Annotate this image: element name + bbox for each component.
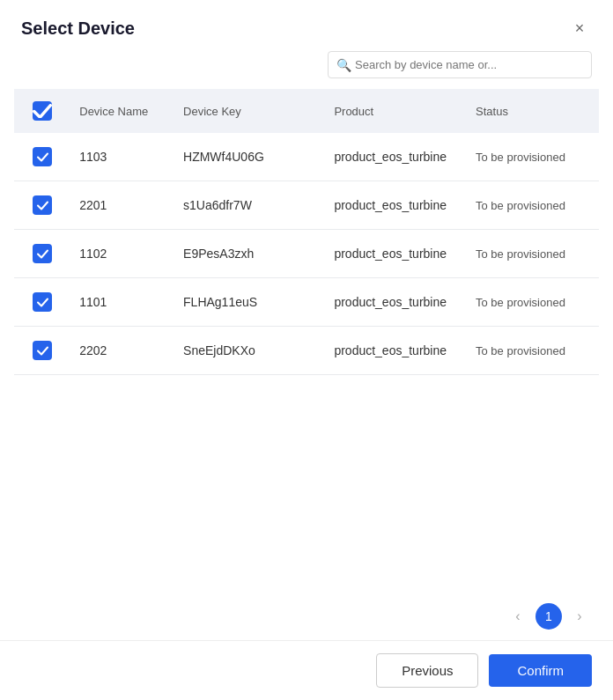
- header-product: Product: [325, 89, 467, 133]
- row-checkbox-3[interactable]: [33, 292, 52, 312]
- dialog-footer: Previous Confirm: [0, 640, 613, 700]
- row-checkbox-1[interactable]: [33, 195, 52, 215]
- dialog-title: Select Device: [21, 18, 135, 39]
- row-device-name-2: 1102: [70, 230, 174, 278]
- row-status-1: To be provisioned: [467, 181, 599, 230]
- row-device-key-3: FLHAg11euS: [174, 278, 325, 327]
- search-input[interactable]: [328, 51, 592, 78]
- search-bar-row: 🔍: [0, 51, 613, 89]
- pagination-prev-arrow[interactable]: ‹: [506, 604, 530, 629]
- row-device-name-4: 2202: [70, 327, 174, 375]
- row-device-name-1: 2201: [70, 181, 174, 230]
- row-status-0: To be provisioned: [467, 133, 599, 181]
- row-checkbox-4[interactable]: [33, 341, 52, 360]
- row-status-4: To be provisioned: [467, 327, 599, 375]
- row-checkbox-cell-1: [14, 181, 70, 230]
- header-device-name: Device Name: [70, 89, 174, 133]
- close-button[interactable]: ×: [567, 16, 592, 41]
- pagination-next-arrow[interactable]: ›: [567, 604, 592, 629]
- row-checkbox-cell-2: [14, 230, 70, 278]
- table-header-row: Device Name Device Key Product Status: [14, 89, 599, 133]
- device-table: Device Name Device Key Product Status 11…: [14, 89, 599, 375]
- table-row: 1103HZMWf4U06Gproduct_eos_turbineTo be p…: [14, 133, 599, 181]
- table-row: 1102E9PesA3zxhproduct_eos_turbineTo be p…: [14, 230, 599, 278]
- row-device-name-3: 1101: [70, 278, 174, 327]
- row-checkbox-cell-3: [14, 278, 70, 327]
- search-wrapper: 🔍: [328, 51, 592, 78]
- row-checkbox-cell-0: [14, 133, 70, 181]
- table-row: 2202SneEjdDKXoproduct_eos_turbineTo be p…: [14, 327, 599, 375]
- row-product-4: product_eos_turbine: [325, 327, 467, 375]
- row-checkbox-cell-4: [14, 327, 70, 375]
- row-device-key-1: s1Ua6dfr7W: [174, 181, 325, 230]
- header-checkbox-cell: [14, 89, 70, 133]
- header-device-key: Device Key: [174, 89, 325, 133]
- row-product-3: product_eos_turbine: [325, 278, 467, 327]
- row-status-3: To be provisioned: [467, 278, 599, 327]
- search-icon: 🔍: [336, 58, 351, 72]
- device-table-container: Device Name Device Key Product Status 11…: [0, 89, 613, 593]
- pagination-row: ‹ 1 ›: [0, 593, 613, 640]
- confirm-button[interactable]: Confirm: [489, 654, 592, 687]
- select-all-checkbox[interactable]: [33, 101, 52, 121]
- row-device-key-0: HZMWf4U06G: [174, 133, 325, 181]
- row-device-key-4: SneEjdDKXo: [174, 327, 325, 375]
- row-product-2: product_eos_turbine: [325, 230, 467, 278]
- row-device-name-0: 1103: [70, 133, 174, 181]
- dialog-header: Select Device ×: [0, 0, 613, 51]
- select-device-dialog: Select Device × 🔍 Device N: [0, 0, 613, 700]
- previous-button[interactable]: Previous: [376, 653, 478, 688]
- pagination-page-1[interactable]: 1: [535, 603, 562, 630]
- header-status: Status: [467, 89, 599, 133]
- row-product-1: product_eos_turbine: [325, 181, 467, 230]
- row-device-key-2: E9PesA3zxh: [174, 230, 325, 278]
- row-checkbox-0[interactable]: [33, 147, 52, 166]
- row-product-0: product_eos_turbine: [325, 133, 467, 181]
- row-status-2: To be provisioned: [467, 230, 599, 278]
- row-checkbox-2[interactable]: [33, 244, 52, 263]
- table-row: 1101FLHAg11euSproduct_eos_turbineTo be p…: [14, 278, 599, 327]
- table-row: 2201s1Ua6dfr7Wproduct_eos_turbineTo be p…: [14, 181, 599, 230]
